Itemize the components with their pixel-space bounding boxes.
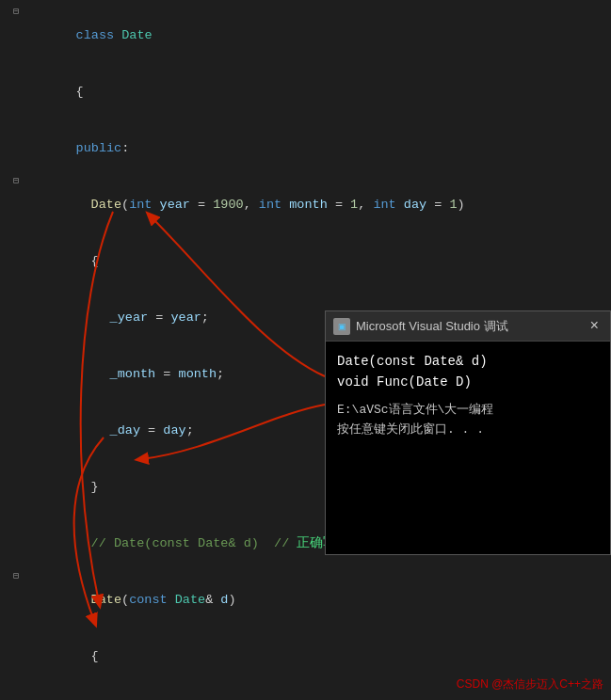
console-path: E:\aVSc语言文件\大一编程 [337, 401, 599, 421]
console-titlebar: ▣ Microsoft Visual Studio 调试 × [326, 311, 610, 342]
gutter-1: ⊟ [0, 8, 26, 17]
line-content-4: Date(int year = 1900, int month = 1, int… [26, 177, 611, 233]
code-line-2: { [0, 64, 611, 120]
code-editor: ⊟ class Date { public: ⊟ Date(int year =… [0, 0, 611, 700]
console-title-left: ▣ Microsoft Visual Studio 调试 [333, 318, 508, 335]
line-content-5: { [26, 233, 611, 290]
code-line-1: ⊟ class Date [0, 8, 611, 64]
func-date-ctor: Date [91, 198, 121, 212]
gutter-11: ⊟ [0, 572, 26, 581]
line-content-3: public: [26, 120, 611, 177]
console-prompt: 按任意键关闭此窗口. . . [337, 421, 599, 440]
collapse-icon-11[interactable]: ⊟ [11, 572, 21, 581]
kw-class: class [76, 28, 122, 42]
type-date: Date [121, 28, 152, 42]
vs-icon: ▣ [333, 318, 350, 335]
copy-ctor-name: Date [91, 593, 121, 607]
gutter-4: ⊟ [0, 177, 26, 186]
kw-public: public [76, 141, 122, 155]
line-content-11: Date(const Date& d) [26, 572, 611, 628]
console-body: Date(const Date& d) void Func(Date D) E:… [326, 342, 610, 554]
csdn-watermark: CSDN @杰信步迈入C++之路 [457, 676, 603, 692]
code-line-11: ⊟ Date(const Date& d) [0, 572, 611, 628]
line-content-1: class Date [26, 8, 611, 64]
console-line-1: Date(const Date& d) [337, 351, 599, 372]
line-content-2: { [26, 64, 611, 120]
code-line-3: public: [0, 120, 611, 177]
comment-correct: // Date(const Date& d) // [91, 536, 297, 550]
console-line-2: void Func(Date D) [337, 372, 599, 392]
brace-open: { [76, 85, 84, 99]
collapse-icon-1[interactable]: ⊟ [11, 8, 21, 17]
console-close-button[interactable]: × [586, 318, 603, 335]
console-window: ▣ Microsoft Visual Studio 调试 × Date(cons… [325, 310, 611, 555]
collapse-icon-4[interactable]: ⊟ [11, 177, 21, 186]
console-title-text: Microsoft Visual Studio 调试 [356, 318, 508, 335]
code-line-4: ⊟ Date(int year = 1900, int month = 1, i… [0, 177, 611, 233]
code-line-5: { [0, 233, 611, 290]
